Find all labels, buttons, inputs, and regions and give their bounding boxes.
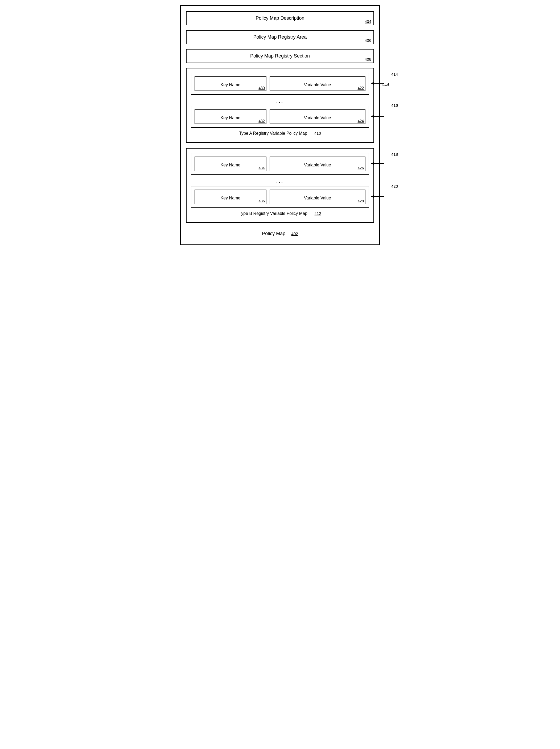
type-a-row2-value-label: Variable Value	[304, 115, 331, 120]
svg-marker-5	[371, 162, 373, 165]
type-a-row1-arrow	[369, 81, 385, 86]
type-b-row1-key-label: Key Name	[221, 163, 241, 168]
type-b-row2-box: Key Name 436 Variable Value 428	[191, 186, 369, 208]
type-a-row1-value-box: Variable Value 422	[270, 77, 365, 91]
type-a-box: Key Name 430 Variable Value 422 414	[186, 68, 374, 143]
type-b-row2-key-box: Key Name 436	[195, 190, 266, 204]
type-a-side-ref-416: 416	[391, 103, 398, 108]
type-b-row1-value-ref: 426	[358, 166, 364, 170]
type-a-label: Type A Registry Variable Policy Map 410	[191, 131, 369, 136]
type-a-row1-key-box: Key Name 430	[195, 77, 266, 91]
type-b-row2-arrow	[369, 194, 385, 199]
svg-marker-1	[371, 82, 373, 85]
type-a-side-ref-414: 414	[391, 72, 398, 77]
type-a-row2-value-box: Variable Value 424	[270, 109, 365, 124]
type-b-label: Type B Registry Variable Policy Map 412	[191, 211, 369, 216]
type-b-dots: ...	[191, 178, 369, 184]
policy-map-registry-area-box: Policy Map Registry Area 406	[186, 30, 374, 44]
type-a-row1-key-label: Key Name	[221, 83, 241, 87]
type-a-dots: ...	[191, 98, 369, 104]
type-b-row1-key-box: Key Name 434	[195, 156, 266, 171]
type-b-row1-box: Key Name 434 Variable Value 426	[191, 153, 369, 175]
type-b-row2-key-ref: 436	[258, 199, 264, 203]
svg-marker-7	[371, 195, 373, 198]
type-a-row1-value-ref: 422	[358, 86, 364, 90]
policy-map-registry-section-label: Policy Map Registry Section	[192, 53, 368, 59]
type-a-row1-box: Key Name 430 Variable Value 422	[191, 73, 369, 95]
type-b-row2-key-label: Key Name	[221, 196, 241, 200]
type-b-side-ref-418: 418	[391, 152, 398, 156]
type-a-ref: 410	[314, 131, 321, 135]
policy-map-bottom-ref: 402	[292, 231, 298, 236]
type-a-row2-key-box: Key Name 432	[195, 109, 266, 124]
type-b-ref: 412	[315, 211, 321, 216]
type-a-row2-value-ref: 424	[358, 119, 364, 123]
type-b-box: Key Name 434 Variable Value 426	[186, 148, 374, 223]
type-b-row2-value-ref: 428	[358, 199, 364, 203]
type-a-row2-key-label: Key Name	[221, 115, 241, 120]
policy-map-registry-section-box: Policy Map Registry Section 408	[186, 49, 374, 63]
description-ref: 404	[365, 19, 371, 24]
policy-map-description-box: Policy Map Description 404	[186, 11, 374, 25]
type-b-row1-value-box: Variable Value 426	[270, 156, 365, 171]
type-a-row2-key-ref: 432	[258, 119, 264, 123]
policy-map-outer-box: Policy Map Description 404 Policy Map Re…	[180, 5, 380, 245]
type-b-row1-key-ref: 434	[258, 166, 264, 170]
policy-map-bottom-label: Policy Map	[262, 231, 285, 236]
type-b-side-ref-420: 420	[391, 184, 398, 189]
type-a-row2-arrow	[369, 114, 385, 119]
type-b-row1-value-label: Variable Value	[304, 163, 331, 168]
type-a-row1-key-ref: 430	[258, 86, 264, 90]
registry-section-ref: 408	[365, 57, 371, 62]
type-a-row1-value-label: Variable Value	[304, 83, 331, 87]
policy-map-registry-area-label: Policy Map Registry Area	[192, 34, 368, 40]
type-b-row2-value-box: Variable Value 428	[270, 190, 365, 204]
policy-map-description-label: Policy Map Description	[192, 16, 368, 21]
type-b-row2-value-label: Variable Value	[304, 196, 331, 200]
svg-marker-3	[371, 115, 373, 118]
registry-area-ref: 406	[365, 38, 371, 43]
type-a-row2-box: Key Name 432 Variable Value 424	[191, 106, 369, 128]
type-b-row1-arrow	[369, 161, 385, 166]
